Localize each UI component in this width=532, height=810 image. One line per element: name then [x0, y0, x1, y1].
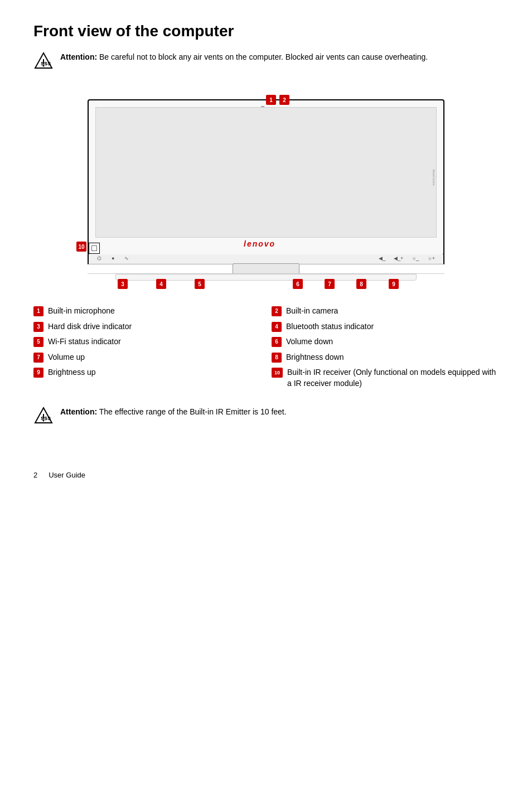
legend-badge-2: 2	[272, 306, 282, 316]
legend-item-3: 3 Hard disk drive indicator	[33, 321, 260, 332]
footer-page-number: 2	[33, 471, 37, 479]
diagram-label-7: 7	[325, 279, 335, 289]
diagram-label-2: 2	[279, 95, 289, 105]
legend-badge-6: 6	[272, 337, 282, 347]
monitor-screen	[95, 107, 437, 238]
footer-label: User Guide	[49, 471, 85, 479]
warning-icon-1: sss	[33, 51, 54, 71]
legend-label-8: Brightness down	[286, 352, 344, 363]
attention-box-2: sss Attention: The effective range of th…	[33, 406, 499, 426]
diagram-label-4: 4	[156, 279, 166, 289]
legend-item-5: 5 Wi-Fi status indicator	[33, 336, 260, 348]
hdd-icon: ⌬	[97, 255, 101, 261]
legend-label-9: Brightness up	[48, 367, 96, 378]
diagram-label-6: 6	[293, 279, 303, 289]
legend-label-6: Volume down	[286, 336, 333, 348]
svg-point-2	[43, 65, 45, 67]
attention-text-2: Attention: The effective range of the Bu…	[60, 406, 287, 418]
legend-label-7: Volume up	[48, 352, 85, 363]
legend-column-right: 2 Built-in camera 4 Bluetooth status ind…	[272, 306, 499, 389]
legend-item-8: 8 Brightness down	[272, 352, 499, 363]
legend-item-2: 2 Built-in camera	[272, 306, 499, 317]
ir-receiver-inner	[91, 245, 97, 251]
legend-badge-9: 9	[33, 368, 43, 378]
legend-label-3: Hard disk drive indicator	[48, 321, 132, 332]
legend-item-7: 7 Volume up	[33, 352, 260, 363]
diagram-area: lenovo IdeaCentre ⌬ ● ∿	[71, 83, 461, 295]
wifi-icon: ∿	[124, 255, 129, 261]
legend-label-4: Bluetooth status indicator	[286, 321, 374, 332]
vol-down-icon: ◀⎯	[379, 255, 385, 261]
legend-badge-8: 8	[272, 353, 282, 363]
diagram-label-5: 5	[195, 279, 205, 289]
legend-item-1: 1 Built-in microphone	[33, 306, 260, 317]
legend-badge-4: 4	[272, 322, 282, 332]
legend-label-2: Built-in camera	[286, 306, 338, 317]
bright-up-icon: ☼+	[427, 255, 435, 261]
legend-label-5: Wi-Fi status indicator	[48, 336, 121, 348]
legend-section: 1 Built-in microphone 3 Hard disk drive …	[33, 306, 499, 389]
legend-item-6: 6 Volume down	[272, 336, 499, 348]
monitor-frame: lenovo IdeaCentre	[88, 99, 444, 255]
bright-down-icon: ☼⎯	[412, 255, 419, 261]
legend-column-left: 1 Built-in microphone 3 Hard disk drive …	[33, 306, 260, 389]
stand-neck	[233, 263, 299, 274]
lenovo-logo: lenovo	[244, 239, 288, 250]
svg-point-6	[43, 420, 45, 421]
bt-icon: ●	[112, 255, 114, 261]
attention-text-1: Attention: Be careful not to block any a…	[60, 51, 428, 63]
legend-item-9: 9 Brightness up	[33, 367, 260, 378]
ir-receiver	[89, 243, 100, 254]
right-buttons-row: ◀⎯ ◀⎯+ ☼⎯ ☼+	[379, 255, 435, 261]
legend-badge-7: 7	[33, 353, 43, 363]
diagram-label-8: 8	[356, 279, 366, 289]
diagram-label-9: 9	[389, 279, 399, 289]
legend-label-10: Built-in IR receiver (Only functional on…	[287, 367, 499, 389]
legend-badge-10: 10	[272, 368, 283, 378]
computer-diagram: lenovo IdeaCentre ⌬ ● ∿	[33, 83, 499, 295]
legend-item-10: 10 Built-in IR receiver (Only functional…	[272, 367, 499, 389]
footer: 2 User Guide	[33, 471, 499, 479]
vol-up-icon: ◀⎯+	[394, 255, 403, 261]
diagram-label-3: 3	[118, 279, 128, 289]
diagram-label-10: 10	[76, 242, 86, 252]
legend-item-4: 4 Bluetooth status indicator	[272, 321, 499, 332]
svg-text:lenovo: lenovo	[244, 239, 275, 248]
left-buttons-row: ⌬ ● ∿	[97, 255, 129, 261]
svg-text:sss: sss	[41, 60, 51, 66]
warning-icon-2: sss	[33, 406, 54, 426]
legend-label-1: Built-in microphone	[48, 306, 115, 317]
side-label: IdeaCentre	[432, 169, 436, 186]
attention-box-1: sss Attention: Be careful not to block a…	[33, 51, 499, 71]
diagram-label-1: 1	[266, 95, 276, 105]
legend-badge-3: 3	[33, 322, 43, 332]
svg-text:sss: sss	[41, 414, 51, 421]
legend-badge-1: 1	[33, 306, 43, 316]
legend-badge-5: 5	[33, 337, 43, 347]
page-title: Front view of the computer	[33, 22, 499, 40]
